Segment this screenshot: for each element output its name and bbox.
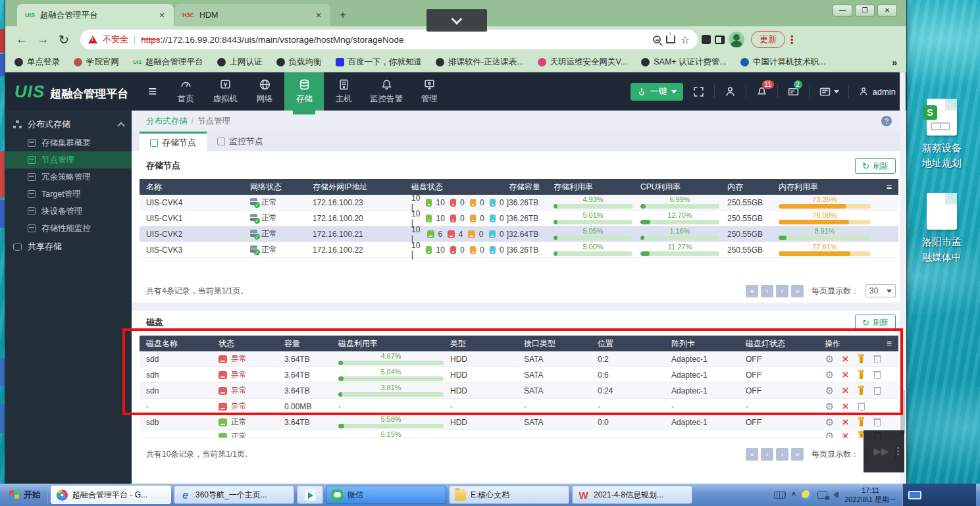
taskbar-ie-button[interactable]: e360导航_一个主页...: [174, 486, 294, 504]
storage-node-row[interactable]: UIS-CVK3 正常 172.16.100.22 10 [10000] 36.…: [140, 242, 898, 258]
side-panel-icon[interactable]: [715, 36, 725, 44]
bookmark[interactable]: 学院官网: [74, 57, 119, 68]
bookmark[interactable]: UIS超融合管理平台: [133, 57, 203, 68]
upload-user-icon[interactable]: [724, 86, 736, 98]
tab-close-icon[interactable]: ×: [313, 10, 324, 20]
remove-icon[interactable]: [840, 370, 850, 380]
minimize-button[interactable]: —: [833, 5, 852, 16]
sidebar-item-redundancy-policy[interactable]: 冗余策略管理: [5, 168, 132, 186]
browser-menu-icon[interactable]: •••: [790, 35, 794, 45]
disk-row-clipped[interactable]: 正常 5.15%: [140, 430, 898, 438]
new-tab-button[interactable]: +: [334, 7, 351, 24]
column-config-icon[interactable]: ≡: [875, 182, 892, 192]
share-icon[interactable]: [666, 36, 675, 43]
restore-button[interactable]: ❐: [855, 5, 875, 16]
remove-icon[interactable]: [840, 431, 850, 438]
floating-widget[interactable]: ▶▶ •••: [864, 430, 904, 472]
profile-avatar[interactable]: [729, 32, 744, 47]
taskbar-wps-button[interactable]: W2021-4-8信息规划...: [572, 486, 692, 504]
locate-led-icon[interactable]: [856, 386, 866, 395]
bookmark[interactable]: 中国计算机技术职...: [740, 57, 825, 68]
settings-icon[interactable]: [825, 431, 835, 438]
storage-node-row[interactable]: UIS-CVK1 正常 172.16.100.20 10 [10000] 36.…: [140, 211, 898, 226]
settings-icon[interactable]: [825, 386, 835, 395]
tray-expand-icon[interactable]: ^: [792, 491, 796, 499]
security-warning-icon[interactable]: [88, 36, 97, 43]
desktop-icon-document[interactable]: 洛阳市孟融媒体中: [922, 193, 962, 265]
remove-icon[interactable]: [840, 401, 850, 411]
sidebar-group-distributed-storage[interactable]: 分布式存储: [5, 114, 132, 134]
tab-storage-node[interactable]: 存储节点: [140, 132, 207, 151]
bookmark[interactable]: 负载均衡: [276, 57, 322, 68]
last-page-button[interactable]: »: [791, 448, 804, 461]
disk-row[interactable]: sdb 正常 3.64TB 5.58% HDD SATA 0:0 Adaptec…: [140, 415, 898, 430]
show-desktop-area[interactable]: [902, 484, 976, 506]
breadcrumb-root[interactable]: 分布式存储: [146, 116, 188, 127]
settings-icon[interactable]: [825, 401, 835, 411]
disk-row[interactable]: sdh 异常 3.64TB 5.04% HDD SATA 0:6 Adaptec…: [140, 367, 898, 383]
sidebar-item-cluster-overview[interactable]: 存储集群概要: [5, 134, 132, 151]
widget-play-icon[interactable]: ▶▶: [869, 439, 894, 464]
widget-dots-icon[interactable]: •••: [897, 447, 899, 457]
delete-icon[interactable]: [872, 354, 882, 364]
sidebar-item-target-management[interactable]: Target管理: [5, 186, 132, 203]
taskbar-tencent-video-button[interactable]: [297, 486, 323, 504]
help-icon[interactable]: ?: [881, 116, 892, 126]
next-page-button[interactable]: ›: [776, 285, 788, 297]
weather-icon[interactable]: [802, 490, 812, 500]
one-key-button[interactable]: 一键: [631, 83, 683, 101]
extensions-icon[interactable]: [702, 35, 711, 44]
browser-tab-uis[interactable]: UIS 超融合管理平台 ×: [17, 4, 174, 26]
nav-manage[interactable]: 管理: [409, 72, 449, 111]
user-menu[interactable]: admin: [858, 86, 896, 97]
browser-tab-hdm[interactable]: H3C HDM ×: [174, 4, 330, 26]
start-button[interactable]: 开始: [3, 486, 48, 504]
bookmark[interactable]: 上网认证: [217, 57, 263, 68]
disk-row[interactable]: - 异常 0.00MB - - - - - -: [140, 399, 898, 415]
nav-home[interactable]: 首页: [166, 72, 205, 111]
nav-monitor-alarm[interactable]: 监控告警: [363, 72, 409, 111]
locate-led-icon[interactable]: [856, 370, 866, 380]
message-card-icon[interactable]: 2: [787, 86, 800, 98]
prev-page-button[interactable]: ‹: [761, 448, 773, 461]
first-page-button[interactable]: «: [746, 448, 758, 461]
sidebar-item-performance-monitor[interactable]: 存储性能监控: [5, 220, 132, 237]
nav-storage[interactable]: 存储: [284, 72, 324, 111]
zoom-out-icon[interactable]: [653, 36, 661, 43]
settings-icon[interactable]: [825, 417, 835, 427]
bookmark[interactable]: 单点登录: [14, 57, 60, 68]
remove-icon[interactable]: [840, 386, 850, 395]
nav-vm[interactable]: 虚拟机: [205, 72, 245, 111]
clock[interactable]: 17:11 2022\8\1 星期一: [844, 486, 896, 505]
storage-node-row-selected[interactable]: UIS-CVK2 正常 172.16.100.21 10 [6400] 32.6…: [140, 226, 898, 242]
disk-row[interactable]: sdd 异常 3.64TB 4.67% HDD SATA 0:2 Adaptec…: [140, 351, 898, 367]
bookmark[interactable]: SAM+ 认证计费管...: [641, 57, 727, 68]
page-scrollbar[interactable]: [900, 72, 906, 484]
tab-close-icon[interactable]: ×: [157, 10, 167, 20]
prev-page-button[interactable]: ‹: [761, 285, 773, 297]
delete-icon[interactable]: [872, 417, 882, 427]
desktop-icon-wps-sheet[interactable]: S 新蔡设备地址规划: [922, 99, 962, 170]
back-button[interactable]: ←: [13, 32, 30, 47]
column-config-icon[interactable]: ≡: [887, 338, 892, 349]
delete-icon[interactable]: [872, 386, 882, 395]
delete-icon[interactable]: [856, 401, 866, 411]
last-page-button[interactable]: »: [791, 285, 804, 297]
tab-monitor-node[interactable]: 监控节点: [207, 132, 274, 151]
delete-icon[interactable]: [872, 370, 882, 380]
collapse-overlay-button[interactable]: [426, 9, 487, 32]
forward-button[interactable]: →: [34, 32, 51, 47]
storage-node-row[interactable]: UIS-CVK4 正常 172.16.100.23 10 [10000] 36.…: [140, 195, 898, 211]
bookmark[interactable]: 天玥运维安全网关V...: [538, 57, 628, 68]
volume-icon[interactable]: [833, 492, 838, 498]
sidebar-item-node-management[interactable]: 节点管理: [5, 151, 132, 168]
address-bar[interactable]: 不安全 | https://172.16.99.20:8443/uis/main…: [80, 30, 698, 49]
disk-row[interactable]: sdn 异常 3.64TB 3.81% HDD SATA 0:24 Adapte…: [140, 383, 898, 399]
taskbar-chrome-button[interactable]: 超融合管理平台 - G...: [51, 486, 171, 504]
nav-network[interactable]: 网络: [245, 72, 284, 111]
network-tray-icon[interactable]: [817, 491, 827, 499]
next-page-button[interactable]: ›: [776, 448, 788, 461]
locate-led-icon[interactable]: [856, 417, 866, 427]
reload-button[interactable]: ↻: [55, 32, 72, 47]
update-button[interactable]: 更新: [751, 31, 785, 48]
